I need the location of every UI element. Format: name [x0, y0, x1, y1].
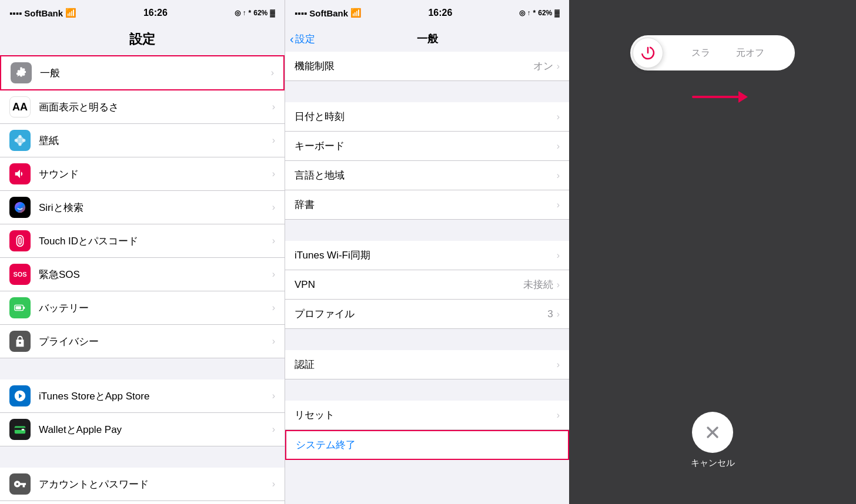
- display-chevron: ›: [272, 102, 275, 112]
- middle-item-vpn[interactable]: VPN 未接続 ›: [285, 270, 569, 300]
- settings-item-touchid[interactable]: Touch IDとパスコード ›: [0, 224, 285, 258]
- middle-item-datetime[interactable]: 日付と時刻 ›: [285, 102, 569, 132]
- privacy-icon: [9, 331, 31, 352]
- account-icon: [9, 473, 31, 495]
- power-icon: [640, 45, 656, 61]
- status-right-middle: ◎ ↑ * 62% ▓: [519, 9, 560, 17]
- siri-label: Siriと検索: [39, 201, 268, 214]
- battery-mid: 62%: [538, 9, 552, 17]
- arrow-right-indicator: [692, 91, 748, 103]
- general-settings-list: 機能制限 オン › 日付と時刻 › キーボード › 言語と地域 › 辞書 ›: [285, 52, 569, 504]
- arrow-icon-mid: ↑: [527, 9, 531, 17]
- middle-title: 一般: [417, 32, 438, 46]
- reset-chevron: ›: [557, 410, 560, 421]
- power-slider[interactable]: スラ 元オフ: [630, 35, 795, 70]
- middle-item-auth[interactable]: 認証 ›: [285, 350, 569, 379]
- status-bar-middle: ▪▪▪▪ SoftBank 📶 16:26 ◎ ↑ * 62% ▓: [285, 0, 569, 26]
- middle-group-4: 認証 ›: [285, 350, 569, 379]
- settings-item-privacy[interactable]: プライバシー ›: [0, 325, 285, 358]
- middle-item-itunes-wifi[interactable]: iTunes Wi-Fi同期 ›: [285, 241, 569, 270]
- location-icon-mid: ◎: [519, 9, 525, 17]
- battery-icon-mid: ▓: [554, 9, 560, 17]
- battery-icon-left: ▓: [270, 9, 275, 17]
- account-chevron: ›: [272, 479, 275, 489]
- middle-item-reset[interactable]: リセット ›: [285, 401, 569, 430]
- svg-rect-8: [24, 307, 25, 309]
- middle-item-profile[interactable]: プロファイル 3 ›: [285, 300, 569, 329]
- back-chevron: ‹: [290, 32, 294, 46]
- x-icon: [703, 423, 722, 442]
- wallet-label: WalletとApple Pay: [39, 423, 268, 436]
- reset-label: リセット: [295, 408, 557, 422]
- sos-icon: SOS: [9, 264, 31, 285]
- battery-chevron: ›: [272, 303, 275, 313]
- settings-item-wallet[interactable]: WalletとApple Pay ›: [0, 413, 285, 446]
- display-icon: AA: [9, 96, 31, 117]
- general-label: 一般: [40, 66, 266, 80]
- signal-icon: ▪▪▪▪: [9, 8, 22, 18]
- group-gap-1: [0, 358, 285, 379]
- profile-label: プロファイル: [295, 307, 547, 321]
- account-label: アカウントとパスワード: [39, 478, 268, 491]
- settings-item-mail[interactable]: メール ›: [0, 501, 285, 504]
- settings-item-display[interactable]: AA 画面表示と明るさ ›: [0, 90, 285, 124]
- siri-chevron: ›: [272, 202, 275, 213]
- svg-rect-7: [16, 306, 21, 310]
- dict-chevron: ›: [557, 200, 560, 210]
- carrier-name-left: SoftBank: [24, 8, 63, 18]
- kino-chevron: ›: [557, 61, 560, 72]
- itunes-wifi-chevron: ›: [557, 250, 560, 261]
- middle-group-3: iTunes Wi-Fi同期 › VPN 未接続 › プロファイル 3 ›: [285, 241, 569, 329]
- status-carrier-middle: ▪▪▪▪ SoftBank 📶: [295, 8, 362, 18]
- kino-label: 機能制限: [295, 59, 533, 73]
- cancel-label: キャンセル: [691, 458, 735, 469]
- settings-panel-middle: ▪▪▪▪ SoftBank 📶 16:26 ◎ ↑ * 62% ▓ ‹ 設定 一…: [285, 0, 569, 504]
- sound-icon: [9, 163, 31, 184]
- middle-group-5: リセット › システム終了: [285, 401, 569, 460]
- touchid-chevron: ›: [272, 236, 275, 246]
- middle-item-dict[interactable]: 辞書 ›: [285, 190, 569, 220]
- general-icon: [11, 62, 32, 83]
- settings-item-general[interactable]: 一般 ›: [0, 55, 285, 90]
- group-gap-2: [0, 446, 285, 468]
- sound-chevron: ›: [272, 169, 275, 179]
- battery-icon: [9, 297, 31, 318]
- wallet-icon: [9, 419, 31, 440]
- slide-arrow: [677, 88, 748, 106]
- settings-item-sound[interactable]: サウンド ›: [0, 157, 285, 191]
- middle-item-kino[interactable]: 機能制限 オン ›: [285, 52, 569, 81]
- dict-label: 辞書: [295, 198, 557, 211]
- middle-item-shutdown[interactable]: システム終了: [285, 430, 569, 460]
- sos-chevron: ›: [272, 269, 275, 280]
- auth-chevron: ›: [557, 359, 560, 370]
- middle-group-1: 機能制限 オン ›: [285, 52, 569, 81]
- signal-icon-mid: ▪▪▪▪: [295, 8, 307, 18]
- middle-gap-4: [285, 379, 569, 401]
- settings-item-itunes[interactable]: iTunes StoreとApp Store ›: [0, 379, 285, 413]
- wifi-icon-left: 📶: [65, 8, 76, 18]
- status-right-left: ◎ ↑ * 62% ▓: [235, 9, 275, 17]
- time-left: 16:26: [143, 8, 168, 18]
- power-knob: [633, 38, 663, 68]
- datetime-chevron: ›: [557, 112, 560, 122]
- settings-item-account[interactable]: アカウントとパスワード ›: [0, 468, 285, 501]
- wallpaper-icon: [9, 130, 31, 151]
- sound-label: サウンド: [39, 167, 268, 181]
- cancel-button[interactable]: [692, 412, 733, 453]
- back-button[interactable]: ‹ 設定: [290, 32, 315, 46]
- profile-chevron: ›: [557, 309, 560, 320]
- settings-item-sos[interactable]: SOS 緊急SOS ›: [0, 258, 285, 291]
- location-icon-left: ◎: [235, 9, 240, 17]
- middle-item-language[interactable]: 言語と地域 ›: [285, 161, 569, 190]
- settings-item-battery[interactable]: バッテリー ›: [0, 291, 285, 325]
- middle-gap-2: [285, 220, 569, 241]
- vpn-label: VPN: [295, 279, 523, 291]
- middle-item-keyboard[interactable]: キーボード ›: [285, 132, 569, 161]
- status-carrier-left: ▪▪▪▪ SoftBank 📶: [9, 8, 76, 18]
- settings-item-wallpaper[interactable]: 壁紙 ›: [0, 124, 285, 157]
- touchid-icon: [9, 230, 31, 251]
- vpn-chevron: ›: [557, 280, 560, 290]
- status-bar-left: ▪▪▪▪ SoftBank 📶 16:26 ◎ ↑ * 62% ▓: [0, 0, 285, 26]
- middle-gap-1: [285, 81, 569, 102]
- settings-item-siri[interactable]: Siriと検索 ›: [0, 191, 285, 224]
